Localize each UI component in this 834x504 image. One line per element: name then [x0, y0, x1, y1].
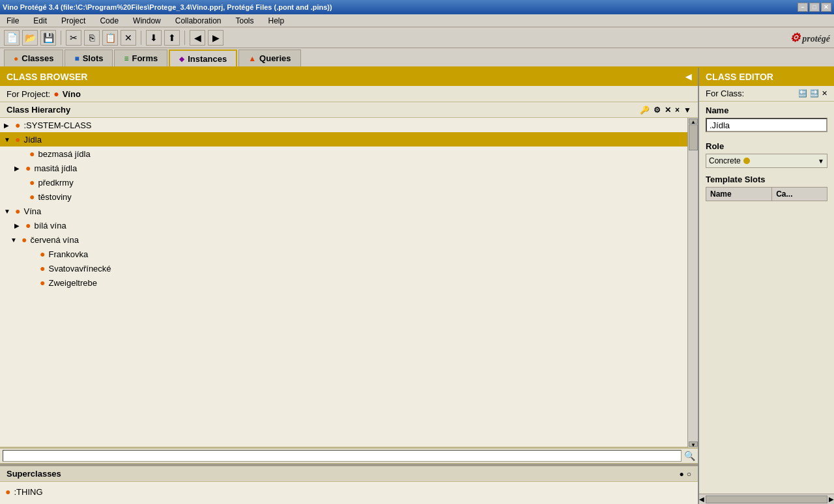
super-remove-btn[interactable]: ○	[687, 469, 691, 479]
expand-system-class[interactable]: ▶	[4, 122, 12, 129]
instances-tab-dot: ◆	[179, 55, 184, 63]
class-editor-header: CLASS EDITOR	[699, 68, 834, 86]
class-editor-panel: CLASS EDITOR For Class: 🔙 🔜 ✕ Name Role …	[699, 68, 834, 504]
menu-project[interactable]: Project	[57, 15, 89, 27]
separator-1	[61, 31, 61, 45]
for-project-bar: For Project: ● Víno	[0, 86, 698, 102]
class-tree: ▶ ● :SYSTEM-CLASS ▼ ● Jídla ● bezmasá jí…	[0, 118, 687, 447]
tab-queries[interactable]: ▲ Queries	[238, 49, 300, 66]
add-class-btn[interactable]: 🔑	[640, 105, 650, 115]
tree-item-system-class[interactable]: ▶ ● :SYSTEM-CLASS	[0, 118, 687, 132]
class-browser-header: CLASS BROWSER ◀	[0, 68, 698, 86]
import-button[interactable]: ⬇	[146, 30, 162, 46]
search-input[interactable]	[3, 450, 682, 462]
minimize-button[interactable]: −	[798, 3, 808, 12]
tab-instances[interactable]: ◆ Instances	[169, 49, 237, 66]
slots-table: Name Ca...	[706, 187, 827, 201]
for-class-back-btn[interactable]: 🔙	[798, 89, 807, 98]
new-button[interactable]: 📄	[4, 30, 20, 46]
tree-item-jidla[interactable]: ▼ ● Jídla	[0, 132, 687, 147]
close-button[interactable]: ✕	[821, 3, 831, 12]
superclasses-label: Superclasses	[7, 469, 61, 479]
name-input[interactable]	[706, 118, 827, 132]
template-slots-header: Template Slots	[699, 169, 834, 187]
menu-window[interactable]: Window	[129, 15, 165, 27]
main-layout: CLASS BROWSER ◀ For Project: ● Víno Clas…	[0, 68, 834, 504]
project-name: Víno	[63, 89, 81, 99]
menu-help[interactable]: Help	[265, 15, 289, 27]
delete-button[interactable]: ✕	[121, 30, 136, 46]
tree-item-cervena-vina[interactable]: ▼ ● červená vína	[0, 232, 687, 247]
expand-jidla[interactable]: ▼	[4, 136, 12, 143]
search-icon[interactable]: 🔍	[684, 451, 695, 461]
tree-label-zweig: Zweigeltrebe	[48, 278, 96, 288]
cut-button[interactable]: ✂	[66, 30, 81, 46]
tree-item-svato[interactable]: ● Svatovavřínecké	[0, 261, 687, 275]
menu-tools[interactable]: Tools	[231, 15, 257, 27]
super-add-btn[interactable]: ●	[680, 469, 684, 479]
tab-queries-label: Queries	[259, 53, 291, 63]
menu-code[interactable]: Code	[96, 15, 122, 27]
copy-button[interactable]: ⎘	[84, 30, 100, 46]
options-btn[interactable]: ▼	[683, 105, 691, 115]
export-button[interactable]: ⬆	[164, 30, 180, 46]
tab-classes-label: Classes	[22, 53, 53, 63]
slots-col-ca: Ca...	[772, 188, 827, 201]
tab-classes[interactable]: ● Classes	[4, 49, 63, 66]
tab-slots[interactable]: ■ Slots	[65, 49, 113, 66]
superclasses-controls: ● ○	[680, 469, 692, 479]
tree-label-svato: Svatovavřínecké	[48, 264, 111, 273]
role-dot	[743, 158, 750, 164]
tree-item-testoviny[interactable]: ● těstoviny	[0, 189, 687, 204]
menu-file[interactable]: File	[3, 15, 23, 27]
class-hierarchy-header: Class Hierarchy 🔑 ⚙ ✕ × ▼	[0, 102, 698, 118]
tree-label-vina: Vína	[23, 206, 41, 216]
super-item-thing[interactable]: ● :THING	[3, 484, 695, 499]
tree-item-predkrmy[interactable]: ● předkrmy	[0, 175, 687, 189]
queries-tab-dot: ▲	[248, 54, 256, 63]
class-editor-title: CLASS EDITOR	[706, 72, 773, 82]
role-dropdown[interactable]: Concrete ▼	[706, 154, 827, 168]
menu-edit[interactable]: Edit	[29, 15, 51, 27]
tree-item-bila-vina[interactable]: ▶ ● bílá vína	[0, 218, 687, 232]
open-button[interactable]: 📂	[22, 30, 38, 46]
class-browser-collapse-icon[interactable]: ◀	[685, 72, 691, 81]
delete-class-btn[interactable]: ✕	[665, 105, 671, 115]
role-value: Concrete	[709, 156, 741, 165]
title-bar-controls: − □ ✕	[798, 3, 831, 12]
tree-item-frankovka[interactable]: ● Frankovka	[0, 247, 687, 261]
separator-2	[141, 31, 141, 45]
forward-button[interactable]: ▶	[208, 30, 223, 46]
for-class-fwd-btn[interactable]: 🔜	[810, 89, 819, 98]
right-panel-hscrollbar[interactable]: ◀ ▶	[699, 494, 834, 504]
superclasses-header: Superclasses ● ○	[0, 465, 698, 482]
menu-collaboration[interactable]: Collaboration	[171, 15, 225, 27]
expand-masita[interactable]: ▶	[14, 165, 22, 172]
superclasses-section: Superclasses ● ○ ● :THING	[0, 464, 698, 504]
expand-vina[interactable]: ▼	[4, 208, 12, 215]
expand-btn[interactable]: ×	[675, 105, 680, 115]
slots-tab-dot: ■	[74, 54, 79, 63]
save-button[interactable]: 💾	[40, 30, 56, 46]
expand-cervena-vina[interactable]: ▼	[10, 236, 18, 244]
project-dot: ●	[53, 89, 59, 99]
paste-button[interactable]: 📋	[102, 30, 118, 46]
scrollbar-thumb[interactable]	[689, 124, 698, 150]
back-button[interactable]: ◀	[190, 30, 205, 46]
tree-label-frankovka: Frankovka	[48, 249, 88, 259]
edit-class-btn[interactable]: ⚙	[654, 105, 661, 115]
class-browser-panel: CLASS BROWSER ◀ For Project: ● Víno Clas…	[0, 68, 699, 504]
tree-item-zweig[interactable]: ● Zweigeltrebe	[0, 275, 687, 290]
tree-scrollbar[interactable]: ▲ ▼	[687, 118, 698, 447]
tab-forms[interactable]: ≡ Forms	[114, 49, 167, 66]
tab-slots-label: Slots	[83, 53, 104, 63]
tree-item-vina[interactable]: ▼ ● Vína	[0, 204, 687, 218]
tree-label-masita: masitá jídla	[34, 163, 77, 173]
for-class-close-btn[interactable]: ✕	[822, 89, 827, 98]
tree-label-testoviny: těstoviny	[38, 192, 71, 202]
maximize-button[interactable]: □	[809, 3, 820, 12]
tree-item-masita[interactable]: ▶ ● masitá jídla	[0, 161, 687, 175]
tabs-bar: ● Classes ■ Slots ≡ Forms ◆ Instances ▲ …	[0, 48, 834, 68]
expand-bila-vina[interactable]: ▶	[14, 222, 22, 229]
tree-item-bezmasa[interactable]: ● bezmasá jídla	[0, 147, 687, 161]
